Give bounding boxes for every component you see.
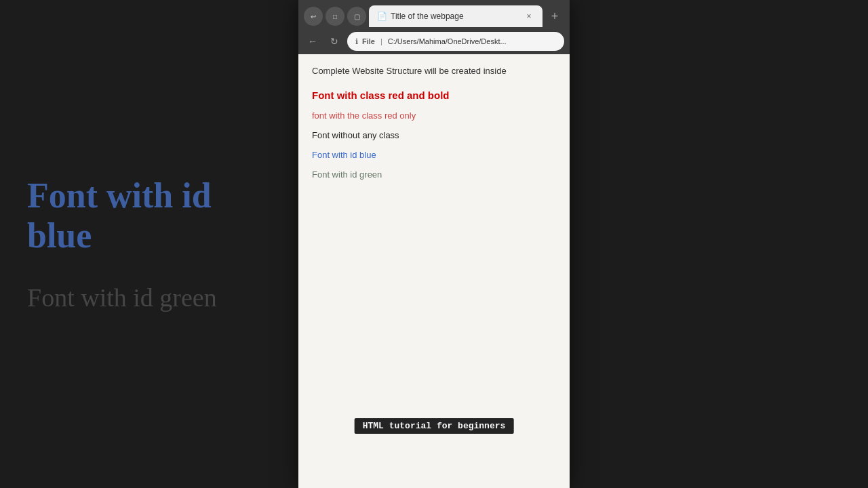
browser-window: ↩ □ ▢ 📄 Title of the webpage × + ← ↻ ℹ F… bbox=[298, 0, 570, 488]
background-left-panel: Font with id blue Font with id green bbox=[0, 0, 298, 488]
browser-btn-extensions[interactable]: □ bbox=[326, 7, 344, 26]
browser-chrome: ↩ □ ▢ 📄 Title of the webpage × + ← ↻ ℹ F… bbox=[298, 0, 570, 54]
tab-title: Title of the webpage bbox=[391, 12, 519, 21]
browser-btn-back-circle[interactable]: ↩ bbox=[304, 7, 323, 26]
tab-close-icon[interactable]: × bbox=[524, 11, 534, 22]
address-bar[interactable]: ℹ File | C:/Users/Mahima/OneDrive/Deskt.… bbox=[347, 32, 564, 51]
back-button[interactable]: ← bbox=[304, 33, 321, 50]
font-id-blue-text: Font with id blue bbox=[312, 150, 556, 160]
subtitle-caption: HTML tutorial for beginners bbox=[355, 418, 514, 434]
address-bar-row: ← ↻ ℹ File | C:/Users/Mahima/OneDrive/De… bbox=[298, 28, 570, 54]
address-separator: | bbox=[380, 37, 382, 45]
bg-green-text: Font with id green bbox=[27, 283, 271, 312]
address-protocol: File bbox=[362, 37, 375, 45]
font-no-class-text: Font without any class bbox=[312, 130, 556, 140]
tab-favicon-icon: 📄 bbox=[377, 12, 387, 21]
address-url: C:/Users/Mahima/OneDrive/Deskt... bbox=[388, 37, 507, 45]
refresh-button[interactable]: ↻ bbox=[326, 33, 343, 50]
new-tab-button[interactable]: + bbox=[545, 7, 564, 26]
browser-btn-tab-view[interactable]: ▢ bbox=[347, 7, 366, 26]
font-red-bold-text: Font with class red and bold bbox=[312, 89, 556, 101]
font-red-only-text: font with the class red only bbox=[312, 110, 556, 121]
bg-blue-text: Font with id blue bbox=[27, 176, 271, 256]
page-description: Complete Website Structure will be creat… bbox=[312, 65, 556, 77]
active-tab[interactable]: 📄 Title of the webpage × bbox=[369, 5, 542, 27]
background-right-panel bbox=[570, 0, 868, 488]
font-id-green-text: Font with id green bbox=[312, 169, 556, 180]
info-icon: ℹ bbox=[355, 37, 358, 46]
tab-bar: ↩ □ ▢ 📄 Title of the webpage × + bbox=[298, 0, 570, 28]
